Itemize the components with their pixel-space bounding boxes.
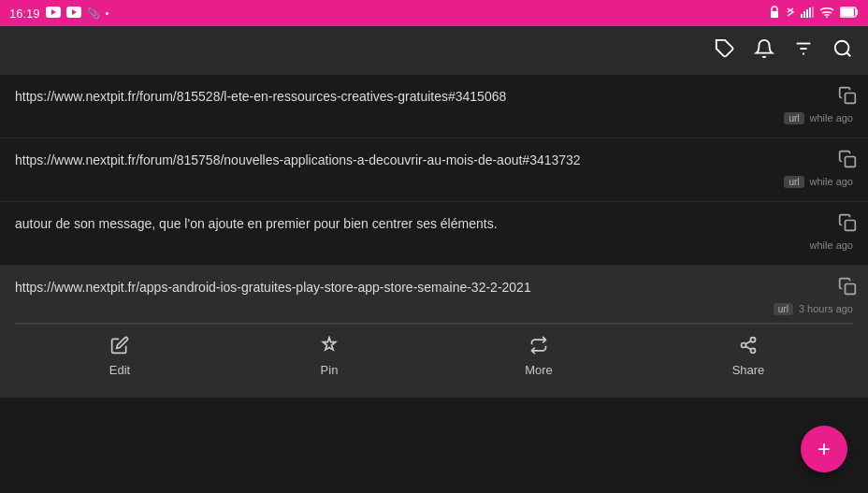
toolbar <box>0 26 868 75</box>
clip-text-1: https://www.nextpit.fr/forum/815528/l-et… <box>15 88 853 107</box>
lock-icon <box>769 6 780 21</box>
more-button[interactable]: More <box>501 336 576 377</box>
battery-icon <box>840 7 859 20</box>
svg-point-17 <box>835 40 849 54</box>
clip-time-1: while ago <box>810 112 853 123</box>
copy-button-1[interactable] <box>838 86 857 109</box>
bell-icon[interactable] <box>754 38 774 64</box>
copy-button-4[interactable] <box>838 277 857 300</box>
status-bar-right <box>769 6 859 21</box>
edit-button[interactable]: Edit <box>82 336 157 377</box>
svg-line-18 <box>846 52 850 56</box>
plus-icon: + <box>817 438 831 460</box>
svg-rect-22 <box>846 284 856 295</box>
svg-point-23 <box>751 338 756 342</box>
clipboard-list: https://www.nextpit.fr/forum/815528/l-et… <box>0 75 868 398</box>
fab-button[interactable]: + <box>801 426 847 472</box>
edit-icon <box>110 336 129 359</box>
clip-meta-2: url while ago <box>15 176 853 188</box>
copy-button-2[interactable] <box>838 150 857 173</box>
svg-rect-7 <box>806 9 808 18</box>
more-label: More <box>525 363 553 377</box>
dot-icon: • <box>106 7 109 19</box>
svg-rect-6 <box>803 11 805 18</box>
pin-button[interactable]: Pin <box>292 336 367 377</box>
pin-icon <box>320 336 339 359</box>
clip-time-3: while ago <box>810 239 853 251</box>
svg-line-27 <box>745 341 751 344</box>
youtube-icon2 <box>66 7 81 20</box>
clipboard-item-3[interactable]: autour de son message, que l'on ajoute e… <box>0 202 868 266</box>
bluetooth-icon <box>786 6 795 21</box>
tag-icon[interactable] <box>715 38 735 64</box>
svg-rect-21 <box>846 221 856 231</box>
filter-icon[interactable] <box>793 38 814 64</box>
youtube-icon <box>46 7 61 20</box>
clipboard-item-4[interactable]: https://www.nextpit.fr/apps-android-ios-… <box>0 266 868 398</box>
paperclip-icon: 📎 <box>87 7 100 20</box>
clip-meta-1: url while ago <box>15 112 853 124</box>
signal-icon <box>801 7 814 20</box>
svg-rect-5 <box>801 14 803 18</box>
clip-time-4: 3 hours ago <box>799 303 853 314</box>
clipboard-item-1[interactable]: https://www.nextpit.fr/forum/815528/l-et… <box>0 75 868 138</box>
svg-point-24 <box>742 343 746 348</box>
action-bar: Edit Pin More Share <box>15 324 853 389</box>
copy-button-3[interactable] <box>838 213 857 237</box>
edit-label: Edit <box>109 363 130 377</box>
svg-rect-8 <box>809 7 811 18</box>
clip-type-badge-4: url <box>774 303 793 315</box>
status-time: 16:19 <box>9 7 40 21</box>
svg-line-26 <box>745 346 751 349</box>
clip-meta-4: url 3 hours ago <box>15 303 853 315</box>
more-icon <box>529 336 548 359</box>
share-icon <box>739 336 758 359</box>
svg-point-25 <box>751 348 756 353</box>
pin-label: Pin <box>321 363 339 377</box>
share-label: Share <box>732 363 765 377</box>
search-icon[interactable] <box>832 38 853 64</box>
clipboard-item-2[interactable]: https://www.nextpit.fr/forum/815758/nouv… <box>0 138 868 202</box>
svg-rect-19 <box>846 94 856 104</box>
svg-point-10 <box>826 17 828 19</box>
clip-text-2: https://www.nextpit.fr/forum/815758/nouv… <box>15 152 853 170</box>
svg-rect-4 <box>771 11 778 18</box>
status-bar-left: 16:19 📎 • <box>9 7 108 21</box>
status-bar: 16:19 📎 • <box>0 0 868 26</box>
svg-rect-9 <box>812 7 814 18</box>
clip-meta-3: while ago <box>15 239 853 251</box>
svg-rect-12 <box>841 8 854 16</box>
svg-rect-20 <box>846 157 856 167</box>
clip-text-4: https://www.nextpit.fr/apps-android-ios-… <box>15 279 853 297</box>
clip-type-badge-1: url <box>784 112 803 124</box>
share-button[interactable]: Share <box>711 336 786 377</box>
wifi-icon <box>819 7 834 20</box>
clip-type-badge-2: url <box>784 176 803 188</box>
clip-time-2: while ago <box>810 176 853 187</box>
clip-text-3: autour de son message, que l'on ajoute e… <box>15 215 853 234</box>
